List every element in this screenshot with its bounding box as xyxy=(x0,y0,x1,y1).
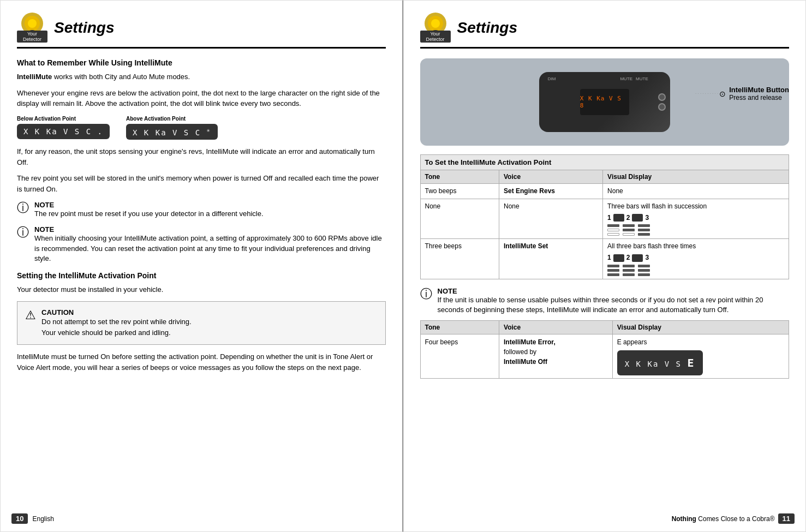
right-header: Your Detector Settings xyxy=(420,11,790,49)
section1-title: What to Remember While Using IntelliMute xyxy=(17,58,386,67)
right-page-title: Settings xyxy=(457,19,517,37)
col-visual-1: Visual Display xyxy=(603,170,789,184)
note-text-right: If the unit is unable to sense usable pu… xyxy=(438,295,790,315)
device-body: DIM MUTEMUTE X K Ka V S 8 xyxy=(539,72,670,132)
para6: IntelliMute must be turned On before set… xyxy=(17,351,386,373)
detector-badge-left: Your Detector xyxy=(17,31,47,43)
device-buttons xyxy=(658,93,666,111)
page-number-right: Nothing Comes Close to a Cobra® 11 xyxy=(672,513,795,524)
cell-tone-r1: Two beeps xyxy=(420,184,499,199)
cell-voice-err: IntelliMute Error, followed by IntelliMu… xyxy=(499,334,613,379)
demo-block-below: Below Activation Point X K Ka V S C . xyxy=(17,116,110,139)
intelli-btn-title: IntelliMute Button xyxy=(729,86,789,94)
para1: IntelliMute works with both City and Aut… xyxy=(17,71,386,82)
cell-visual-r3: All three bars flash three times 1 2 3 xyxy=(603,239,789,279)
note-label-right: NOTE xyxy=(438,287,790,295)
note-text-1: The rev point must be reset if you use y… xyxy=(34,209,264,219)
nothing-text: Nothing Comes Close to a Cobra® xyxy=(672,515,775,523)
note-label-1: NOTE xyxy=(34,201,264,209)
para5: Your detector must be installed in your … xyxy=(17,284,386,295)
cell-voice-r3: IntelliMute Set xyxy=(499,239,603,279)
intelli-btn-label-area: · · · · · · · · · · ⊙ IntelliMute Button… xyxy=(695,86,789,101)
page-number-left: 10 English xyxy=(11,513,54,524)
activation-demos: Below Activation Point X K Ka V S C . Ab… xyxy=(17,116,386,140)
caution-label: CAUTION xyxy=(41,308,192,316)
col-visual-2: Visual Display xyxy=(612,321,789,334)
display-sim-below: X K Ka V S C . xyxy=(17,124,110,139)
mute-label: MUTEMUTE xyxy=(620,76,648,81)
caution-icon: ⚠ xyxy=(25,308,36,322)
col-voice-2: Voice xyxy=(499,321,613,334)
section2-title: Setting the IntelliMute Activation Point xyxy=(17,271,386,280)
error-display: X K Ka V S E xyxy=(617,350,703,375)
note-label-2: NOTE xyxy=(34,225,386,234)
device-image-area: DIM MUTEMUTE X K Ka V S 8 xyxy=(420,58,790,146)
note-icon-1: ⓘ xyxy=(17,200,29,216)
cell-visual-r2: Three bars will flash in succession 1 2 … xyxy=(603,199,789,239)
para3: If, for any reason, the unit stops sensi… xyxy=(17,146,386,168)
page-lang: English xyxy=(32,515,53,523)
detector-image: DIM MUTEMUTE X K Ka V S 8 xyxy=(420,58,790,146)
cell-voice-r2: None xyxy=(499,199,603,239)
cell-tone-err: Four beeps xyxy=(420,334,499,379)
demo-block-above: Above Activation Point X K Ka V S C ✳ xyxy=(126,116,218,140)
dim-label: DIM xyxy=(548,76,556,81)
svg-point-2 xyxy=(28,19,37,28)
table-row: None None Three bars will flash in succe… xyxy=(420,199,789,239)
left-header: Your Detector Settings xyxy=(17,11,386,49)
note-icon-right: ⓘ xyxy=(420,286,432,302)
note-box-1: ⓘ NOTE The rev point must be reset if yo… xyxy=(17,201,386,219)
error-table: Tone Voice Visual Display Four beeps Int… xyxy=(420,320,790,379)
cell-voice-r1: Set Engine Revs xyxy=(499,184,603,199)
cell-tone-r2: None xyxy=(420,199,499,239)
svg-point-6 xyxy=(431,19,440,28)
col-voice-1: Voice xyxy=(499,170,603,184)
note-box-right: ⓘ NOTE If the unit is unable to sense us… xyxy=(420,287,790,315)
intelli-btn-sub: Press and release xyxy=(729,94,789,101)
demo-label-above: Above Activation Point xyxy=(126,116,218,122)
para2: Whenever your engine revs are below the … xyxy=(17,88,386,109)
table-row: Three beeps IntelliMute Set All three ba… xyxy=(420,239,789,279)
table-row: Four beeps IntelliMute Error, followed b… xyxy=(420,334,789,379)
para4: The rev point you set will be stored in … xyxy=(17,173,386,194)
page-num-box-left: 10 xyxy=(11,513,28,524)
left-page-title: Settings xyxy=(54,19,114,37)
cell-visual-r1: None xyxy=(603,184,789,199)
detector-badge-right: Your Detector xyxy=(420,31,451,43)
col-tone-2: Tone xyxy=(420,321,499,334)
caution-box: ⚠ CAUTION Do not attempt to set the rev … xyxy=(17,301,386,345)
dot-line-group: · · · · · · · · · · ⊙ xyxy=(695,89,726,98)
table1-caption: To Set the IntelliMute Activation Point xyxy=(420,154,790,170)
intelli-btn-text: IntelliMute Button Press and release xyxy=(729,86,789,101)
note-icon-2: ⓘ xyxy=(17,224,29,241)
display-sim-above: X K Ka V S C ✳ xyxy=(126,124,218,140)
device-screen: X K Ka V S 8 xyxy=(580,89,629,115)
note-text-2: When initially choosing your IntelliMute… xyxy=(34,234,386,264)
demo-label-below: Below Activation Point xyxy=(17,116,110,122)
activation-table: To Set the IntelliMute Activation Point … xyxy=(420,154,790,279)
page-num-box-right: 11 xyxy=(778,513,795,524)
note-box-2: ⓘ NOTE When initially choosing your Inte… xyxy=(17,225,386,264)
cell-visual-err: E appears X K Ka V S E xyxy=(612,334,789,379)
caution-text: Do not attempt to set the rev point whil… xyxy=(41,316,192,338)
table-row: Two beeps Set Engine Revs None xyxy=(420,184,789,199)
cell-tone-r3: Three beeps xyxy=(420,239,499,279)
col-tone-1: Tone xyxy=(420,170,499,184)
